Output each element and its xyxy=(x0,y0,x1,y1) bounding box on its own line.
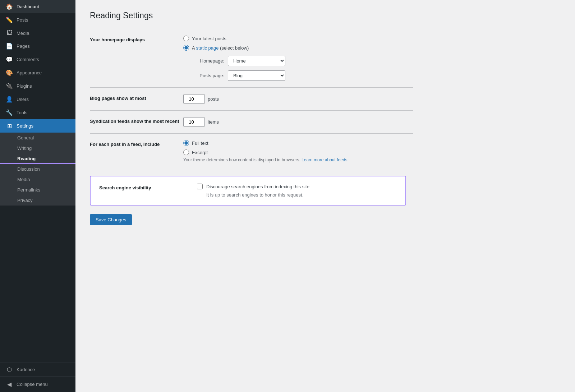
search-visibility-control: Discourage search engines from indexing … xyxy=(197,184,397,198)
full-text-label: Full text xyxy=(192,140,208,146)
plugins-icon: 🔌 xyxy=(6,83,13,89)
submenu-item-privacy[interactable]: Privacy xyxy=(0,195,75,206)
submenu-item-general[interactable]: General xyxy=(0,133,75,143)
sidebar: 🏠 Dashboard ✏️ Posts 🖼 Media 📄 Pages 💬 C… xyxy=(0,0,75,392)
feed-content-label: For each post in a feed, include xyxy=(90,140,183,147)
settings-table: Your homepage displays Your latest posts… xyxy=(90,29,413,206)
sidebar-item-label: Settings xyxy=(17,123,33,129)
submenu-item-media[interactable]: Media xyxy=(0,174,75,185)
sidebar-item-appearance[interactable]: 🎨 Appearance xyxy=(0,66,75,79)
sidebar-item-posts[interactable]: ✏️ Posts xyxy=(0,13,75,27)
excerpt-radio[interactable] xyxy=(183,149,189,155)
syndication-feeds-suffix: items xyxy=(208,119,219,125)
homepage-displays-row: Your homepage displays Your latest posts… xyxy=(90,29,413,87)
sidebar-item-media[interactable]: 🖼 Media xyxy=(0,27,75,40)
homepage-displays-control: Your latest posts A static page (select … xyxy=(183,36,413,81)
feed-content-control: Full text Excerpt Your theme determines … xyxy=(183,140,413,162)
sidebar-item-label: Media xyxy=(17,31,29,36)
page-title: Reading Settings xyxy=(90,11,561,20)
kadence-icon: ⬡ xyxy=(6,366,13,373)
syndication-feeds-input[interactable] xyxy=(183,117,205,127)
latest-posts-option[interactable]: Your latest posts xyxy=(183,36,413,41)
sidebar-item-label: Comments xyxy=(17,57,39,62)
sidebar-settings-group: ⊞ Settings General Writing Reading Discu… xyxy=(0,119,75,206)
sidebar-item-label: Plugins xyxy=(17,83,32,89)
posts-icon: ✏️ xyxy=(6,17,13,23)
submenu-item-reading[interactable]: Reading xyxy=(0,153,75,164)
homepage-displays-label: Your homepage displays xyxy=(90,36,183,42)
search-visibility-section: Search engine visibility Discourage sear… xyxy=(90,169,413,206)
latest-posts-radio[interactable] xyxy=(183,36,189,41)
appearance-icon: 🎨 xyxy=(6,69,13,76)
latest-posts-label: Your latest posts xyxy=(192,36,226,41)
homepage-select[interactable]: Home About Contact Blog xyxy=(228,56,285,66)
syndication-feeds-label: Syndication feeds show the most recent xyxy=(90,117,183,124)
blog-pages-number-row: posts xyxy=(183,94,413,104)
users-icon: 👤 xyxy=(6,96,13,103)
settings-submenu: General Writing Reading Discussion Media… xyxy=(0,133,75,206)
kadence-label: Kadence xyxy=(17,367,35,372)
blog-pages-suffix: posts xyxy=(208,96,219,102)
sidebar-item-label: Dashboard xyxy=(17,4,40,9)
blog-pages-control: posts xyxy=(183,94,413,104)
syndication-feeds-row: Syndication feeds show the most recent i… xyxy=(90,110,413,133)
feed-note-text: Your theme determines how content is dis… xyxy=(183,157,300,162)
search-visibility-label: Search engine visibility xyxy=(99,184,193,190)
blog-pages-input[interactable] xyxy=(183,94,205,104)
submenu-item-permalinks[interactable]: Permalinks xyxy=(0,185,75,195)
feed-content-radio-group: Full text Excerpt xyxy=(183,140,413,155)
comments-icon: 💬 xyxy=(6,56,13,63)
sidebar-item-users[interactable]: 👤 Users xyxy=(0,93,75,106)
search-visibility-checkbox-label[interactable]: Discourage search engines from indexing … xyxy=(197,184,397,189)
sidebar-item-label: Posts xyxy=(17,17,28,23)
sidebar-item-pages[interactable]: 📄 Pages xyxy=(0,40,75,53)
collapse-menu-button[interactable]: ◀ Collapse menu xyxy=(0,376,75,392)
posts-page-select-row: Posts page: Blog News Home xyxy=(192,70,413,81)
static-page-radio[interactable] xyxy=(183,45,189,51)
search-visibility-row: Search engine visibility Discourage sear… xyxy=(99,184,397,198)
blog-pages-row: Blog pages show at most posts xyxy=(90,87,413,110)
learn-more-link[interactable]: Learn more about feeds. xyxy=(302,157,349,162)
dashboard-icon: 🏠 xyxy=(6,3,13,10)
pages-icon: 📄 xyxy=(6,43,13,50)
sidebar-item-tools[interactable]: 🔧 Tools xyxy=(0,106,75,119)
full-text-radio[interactable] xyxy=(183,140,189,146)
sidebar-item-comments[interactable]: 💬 Comments xyxy=(0,53,75,66)
sidebar-item-kadence[interactable]: ⬡ Kadence xyxy=(0,363,75,376)
search-visibility-checkbox-text: Discourage search engines from indexing … xyxy=(206,184,309,189)
sidebar-item-label: Pages xyxy=(17,43,30,49)
submenu-item-discussion[interactable]: Discussion xyxy=(0,164,75,174)
static-page-option[interactable]: A static page (select below) xyxy=(183,45,413,51)
static-page-link[interactable]: static page xyxy=(196,45,219,51)
sidebar-item-dashboard[interactable]: 🏠 Dashboard xyxy=(0,0,75,13)
syndication-feeds-control: items xyxy=(183,117,413,127)
posts-page-select-label: Posts page: xyxy=(192,73,224,78)
media-icon: 🖼 xyxy=(6,30,13,36)
excerpt-option[interactable]: Excerpt xyxy=(183,149,413,155)
full-text-option[interactable]: Full text xyxy=(183,140,413,146)
collapse-label: Collapse menu xyxy=(17,382,48,387)
page-select-group: Homepage: Home About Contact Blog Posts … xyxy=(183,56,413,81)
sidebar-item-label: Users xyxy=(17,97,29,102)
feed-content-row: For each post in a feed, include Full te… xyxy=(90,133,413,169)
homepage-select-row: Homepage: Home About Contact Blog xyxy=(192,56,413,66)
sidebar-bottom: ⬡ Kadence ◀ Collapse menu xyxy=(0,363,75,392)
blog-pages-label: Blog pages show at most xyxy=(90,94,183,101)
submenu-item-writing[interactable]: Writing xyxy=(0,143,75,153)
collapse-icon: ◀ xyxy=(6,381,13,388)
save-changes-button[interactable]: Save Changes xyxy=(90,214,132,225)
search-visibility-note: It is up to search engines to honor this… xyxy=(197,192,397,198)
search-visibility-box: Search engine visibility Discourage sear… xyxy=(90,176,406,206)
search-visibility-checkbox[interactable] xyxy=(197,184,203,189)
static-page-text: A static page (select below) xyxy=(192,45,249,51)
posts-page-select[interactable]: Blog News Home xyxy=(228,70,285,81)
homepage-radio-group: Your latest posts A static page (select … xyxy=(183,36,413,51)
sidebar-item-label: Appearance xyxy=(17,70,42,75)
sidebar-item-plugins[interactable]: 🔌 Plugins xyxy=(0,79,75,93)
feed-theme-note: Your theme determines how content is dis… xyxy=(183,157,413,162)
main-content: Reading Settings Your homepage displays … xyxy=(75,0,575,392)
excerpt-label: Excerpt xyxy=(192,150,208,155)
tools-icon: 🔧 xyxy=(6,109,13,116)
homepage-select-label: Homepage: xyxy=(192,58,224,64)
sidebar-item-settings[interactable]: ⊞ Settings xyxy=(0,119,75,133)
